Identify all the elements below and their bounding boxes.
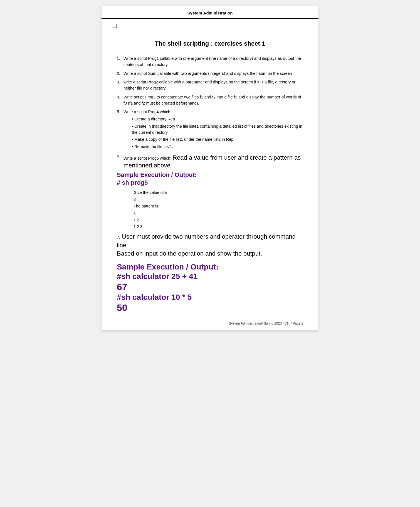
exercise-num-1: 1.: [117, 56, 122, 68]
exercise-item-1: 1. Write a script Prog1 callable with on…: [117, 56, 303, 68]
exercise-text-2: Write a script Sum callable with two arg…: [123, 71, 303, 77]
exercise-item-5: 5. Write a script Prog4 which: Create a …: [117, 109, 303, 151]
exercise-text-1: Write a script Prog1 callable with one a…: [123, 56, 303, 68]
header-title: System Administration: [187, 11, 233, 15]
code-line-5: 1 2: [134, 217, 303, 224]
exercise-num-6: 6.: [117, 154, 122, 158]
sub-item-5-2: Create in that directory the file liste1…: [132, 123, 303, 136]
exercise-item-6: 6. Write a script Prog5 which: Read a va…: [117, 154, 303, 170]
code-line-6: 1 2 3: [134, 223, 303, 230]
exercise-num-5: 5.: [117, 109, 122, 151]
content-area: The shell scripting : exercises sheet 1 …: [102, 29, 318, 330]
code-block-1: Give the value of n 3 The pattern is : 1…: [117, 189, 303, 230]
sample2-command2: #sh calculator 10 * 5: [117, 293, 303, 302]
checkbox-area: [102, 22, 318, 29]
exercises-list: 1. Write a script Prog1 callable with on…: [117, 56, 303, 151]
sample2-command1: #sh calculator 25 + 41: [117, 272, 303, 281]
checkbox-icon[interactable]: [113, 24, 117, 28]
page-footer: System Administration/ Spring 2023 / CIT…: [229, 321, 303, 325]
exercise-5-sublist: Create a directory Rep Create in that di…: [123, 116, 303, 150]
exercise-num-4: 4.: [117, 94, 122, 107]
code-line-4: 1: [134, 210, 303, 217]
sample2-result1: 67: [117, 281, 303, 292]
exercise-7-text: User must provide two numbers and operat…: [117, 233, 298, 257]
exercise-num-2: 2.: [117, 71, 122, 77]
sub-item-5-1: Create a directory Rep: [132, 116, 303, 122]
code-line-2: 3: [134, 196, 303, 203]
page: System Administration The shell scriptin…: [102, 6, 318, 330]
exercise-6-content: Write a script Prog5 which: Read a value…: [123, 154, 303, 170]
sample2-heading: Sample Execution / Output:: [117, 263, 303, 271]
sub-item-5-4: Remove the file List1.: [132, 144, 303, 150]
exercise-item-2: 2. Write a script Sum callable with two …: [117, 71, 303, 77]
exercise-item-4: 4. Write script Prog3 to concatenate two…: [117, 94, 303, 107]
exercise-item-3: 3. write a script Prog2 callable with a …: [117, 79, 303, 91]
exercise-text-3: write a script Prog2 callable with a par…: [123, 79, 303, 91]
code-line-1: Give the value of n: [134, 189, 303, 196]
exercise-item-7: 7. User must provide two numbers and ope…: [117, 233, 303, 258]
exercise-num-7: 7.: [117, 235, 120, 239]
exercise-6-small-text: Write a script Prog5 which:: [123, 156, 171, 160]
page-header: System Administration: [102, 6, 318, 19]
exercise-num-3: 3.: [117, 79, 122, 91]
sample1-heading: Sample Execution / Output:: [117, 171, 303, 179]
document-title: The shell scripting : exercises sheet 1: [117, 40, 303, 47]
code-line-3: The pattern is :: [134, 203, 303, 210]
sample1-command: # sh prog5: [117, 179, 303, 186]
exercise-text-5: Write a script Prog4 which: Create a dir…: [123, 109, 303, 151]
exercise-text-4: Write script Prog3 to concatenate two fi…: [123, 94, 303, 107]
sub-item-5-3: Make a copy of the file list1 under the …: [132, 137, 303, 143]
sample2-result2: 50: [117, 302, 303, 313]
